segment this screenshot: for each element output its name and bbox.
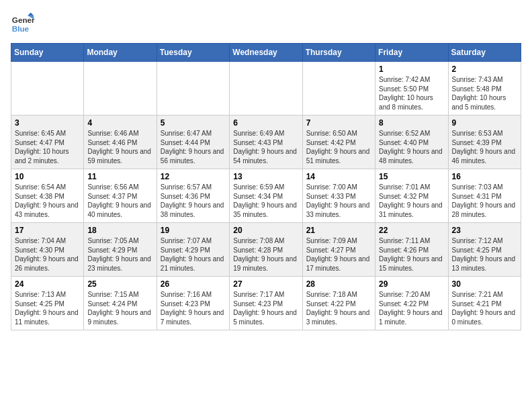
weekday-header: Thursday [302,44,375,62]
day-info: Sunrise: 7:11 AM Sunset: 4:26 PM Dayligh… [379,236,444,273]
day-number: 8 [379,118,444,128]
calendar-body: 1Sunrise: 7:42 AM Sunset: 5:50 PM Daylig… [11,62,521,330]
calendar-cell: 9Sunrise: 6:53 AM Sunset: 4:39 PM Daylig… [448,116,521,169]
calendar-cell [84,62,157,116]
day-number: 28 [306,279,371,289]
day-number: 29 [379,279,444,289]
calendar-cell: 5Sunrise: 6:47 AM Sunset: 4:44 PM Daylig… [157,116,229,169]
day-number: 19 [161,226,226,235]
day-number: 5 [161,118,226,128]
calendar-cell [11,62,84,116]
calendar-cell: 1Sunrise: 7:42 AM Sunset: 5:50 PM Daylig… [375,62,448,116]
day-info: Sunrise: 7:42 AM Sunset: 5:50 PM Dayligh… [379,75,444,111]
calendar-cell: 20Sunrise: 7:08 AM Sunset: 4:28 PM Dayli… [230,223,302,277]
calendar-cell: 19Sunrise: 7:07 AM Sunset: 4:29 PM Dayli… [157,223,229,277]
calendar-cell: 17Sunrise: 7:04 AM Sunset: 4:30 PM Dayli… [11,223,84,277]
calendar-cell: 8Sunrise: 6:52 AM Sunset: 4:40 PM Daylig… [375,116,448,169]
day-info: Sunrise: 7:03 AM Sunset: 4:31 PM Dayligh… [452,183,517,219]
calendar-cell: 16Sunrise: 7:03 AM Sunset: 4:31 PM Dayli… [448,169,521,223]
calendar-cell: 6Sunrise: 6:49 AM Sunset: 4:43 PM Daylig… [230,116,302,169]
day-number: 21 [306,226,371,235]
day-info: Sunrise: 7:17 AM Sunset: 4:23 PM Dayligh… [233,290,298,326]
calendar-week: 1Sunrise: 7:42 AM Sunset: 5:50 PM Daylig… [11,62,521,116]
calendar-cell: 23Sunrise: 7:12 AM Sunset: 4:25 PM Dayli… [448,223,521,277]
day-info: Sunrise: 6:54 AM Sunset: 4:38 PM Dayligh… [15,183,80,219]
day-number: 15 [379,172,444,181]
day-number: 18 [87,226,152,235]
calendar-cell [302,62,375,116]
day-info: Sunrise: 7:21 AM Sunset: 4:21 PM Dayligh… [452,290,517,326]
day-info: Sunrise: 7:15 AM Sunset: 4:24 PM Dayligh… [87,290,152,326]
calendar-cell: 30Sunrise: 7:21 AM Sunset: 4:21 PM Dayli… [448,277,521,330]
day-info: Sunrise: 6:59 AM Sunset: 4:34 PM Dayligh… [233,183,298,219]
header: General Blue [11,11,521,35]
calendar-cell: 26Sunrise: 7:16 AM Sunset: 4:23 PM Dayli… [157,277,229,330]
day-info: Sunrise: 7:04 AM Sunset: 4:30 PM Dayligh… [15,236,80,273]
weekday-header: Sunday [11,44,84,62]
calendar-cell: 13Sunrise: 6:59 AM Sunset: 4:34 PM Dayli… [230,169,302,223]
day-info: Sunrise: 7:09 AM Sunset: 4:27 PM Dayligh… [306,236,371,273]
day-info: Sunrise: 6:52 AM Sunset: 4:40 PM Dayligh… [379,129,444,165]
svg-marker-3 [28,13,34,16]
day-number: 3 [15,118,80,128]
calendar-cell: 4Sunrise: 6:46 AM Sunset: 4:46 PM Daylig… [84,116,157,169]
weekday-header: Wednesday [230,44,302,62]
logo: General Blue [11,11,35,35]
day-info: Sunrise: 7:16 AM Sunset: 4:23 PM Dayligh… [161,290,226,326]
day-number: 30 [452,279,517,289]
day-info: Sunrise: 6:49 AM Sunset: 4:43 PM Dayligh… [233,129,298,165]
day-number: 22 [379,226,444,235]
day-number: 2 [452,64,517,74]
calendar-cell: 25Sunrise: 7:15 AM Sunset: 4:24 PM Dayli… [84,277,157,330]
day-info: Sunrise: 7:00 AM Sunset: 4:33 PM Dayligh… [306,183,371,219]
calendar-cell: 14Sunrise: 7:00 AM Sunset: 4:33 PM Dayli… [302,169,375,223]
calendar-cell: 15Sunrise: 7:01 AM Sunset: 4:32 PM Dayli… [375,169,448,223]
calendar-cell: 21Sunrise: 7:09 AM Sunset: 4:27 PM Dayli… [302,223,375,277]
calendar-cell: 22Sunrise: 7:11 AM Sunset: 4:26 PM Dayli… [375,223,448,277]
weekday-header: Monday [84,44,157,62]
day-info: Sunrise: 7:18 AM Sunset: 4:22 PM Dayligh… [306,290,371,326]
day-number: 27 [233,279,298,289]
calendar-cell: 3Sunrise: 6:45 AM Sunset: 4:47 PM Daylig… [11,116,84,169]
day-number: 23 [452,226,517,235]
calendar-cell: 2Sunrise: 7:43 AM Sunset: 5:48 PM Daylig… [448,62,521,116]
day-info: Sunrise: 7:20 AM Sunset: 4:22 PM Dayligh… [379,290,444,326]
calendar-cell: 10Sunrise: 6:54 AM Sunset: 4:38 PM Dayli… [11,169,84,223]
day-number: 16 [452,172,517,181]
day-info: Sunrise: 6:57 AM Sunset: 4:36 PM Dayligh… [161,183,226,219]
calendar-cell: 7Sunrise: 6:50 AM Sunset: 4:42 PM Daylig… [302,116,375,169]
calendar-cell: 11Sunrise: 6:56 AM Sunset: 4:37 PM Dayli… [84,169,157,223]
day-info: Sunrise: 6:45 AM Sunset: 4:47 PM Dayligh… [15,129,80,165]
day-number: 26 [161,279,226,289]
day-number: 12 [161,172,226,181]
weekday-header: Saturday [448,44,521,62]
calendar-cell [157,62,229,116]
calendar-cell [230,62,302,116]
day-info: Sunrise: 6:47 AM Sunset: 4:44 PM Dayligh… [161,129,226,165]
calendar-cell: 27Sunrise: 7:17 AM Sunset: 4:23 PM Dayli… [230,277,302,330]
day-number: 24 [15,279,80,289]
day-info: Sunrise: 7:13 AM Sunset: 4:25 PM Dayligh… [15,290,80,326]
calendar-week: 17Sunrise: 7:04 AM Sunset: 4:30 PM Dayli… [11,223,521,277]
day-number: 7 [306,118,371,128]
day-info: Sunrise: 7:05 AM Sunset: 4:29 PM Dayligh… [87,236,152,273]
day-number: 14 [306,172,371,181]
day-number: 17 [15,226,80,235]
day-number: 4 [87,118,152,128]
day-number: 11 [87,172,152,181]
day-info: Sunrise: 7:01 AM Sunset: 4:32 PM Dayligh… [379,183,444,219]
logo-icon: General Blue [11,11,35,35]
calendar-week: 24Sunrise: 7:13 AM Sunset: 4:25 PM Dayli… [11,277,521,330]
day-info: Sunrise: 6:53 AM Sunset: 4:39 PM Dayligh… [452,129,517,165]
day-info: Sunrise: 6:50 AM Sunset: 4:42 PM Dayligh… [306,129,371,165]
calendar-header: SundayMondayTuesdayWednesdayThursdayFrid… [11,44,521,62]
calendar-cell: 28Sunrise: 7:18 AM Sunset: 4:22 PM Dayli… [302,277,375,330]
day-number: 1 [379,64,444,74]
day-info: Sunrise: 7:12 AM Sunset: 4:25 PM Dayligh… [452,236,517,273]
day-info: Sunrise: 7:43 AM Sunset: 5:48 PM Dayligh… [452,75,517,111]
day-info: Sunrise: 7:08 AM Sunset: 4:28 PM Dayligh… [233,236,298,273]
svg-text:Blue: Blue [12,24,30,33]
calendar-cell: 12Sunrise: 6:57 AM Sunset: 4:36 PM Dayli… [157,169,229,223]
day-info: Sunrise: 7:07 AM Sunset: 4:29 PM Dayligh… [161,236,226,273]
calendar: SundayMondayTuesdayWednesdayThursdayFrid… [11,43,521,330]
